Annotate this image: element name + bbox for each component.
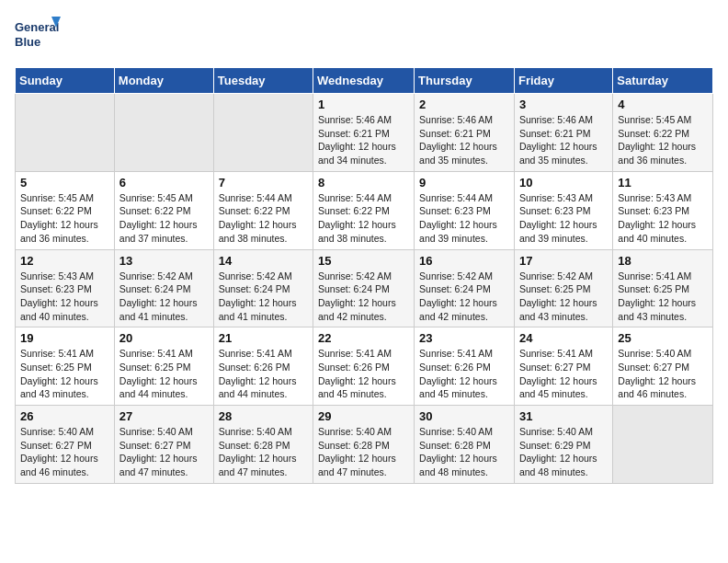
weekday-header-tuesday: Tuesday xyxy=(213,68,313,94)
calendar-table: SundayMondayTuesdayWednesdayThursdayFrid… xyxy=(15,67,713,484)
calendar-cell: 20Sunrise: 5:41 AMSunset: 6:25 PMDayligh… xyxy=(114,327,213,406)
weekday-header-row: SundayMondayTuesdayWednesdayThursdayFrid… xyxy=(16,68,713,94)
day-info: Sunrise: 5:45 AMSunset: 6:22 PMDaylight:… xyxy=(20,191,109,246)
day-number: 31 xyxy=(519,409,608,423)
day-info: Sunrise: 5:40 AMSunset: 6:27 PMDaylight:… xyxy=(618,347,708,401)
day-info: Sunrise: 5:46 AMSunset: 6:21 PMDaylight:… xyxy=(519,113,608,167)
calendar-cell: 2Sunrise: 5:46 AMSunset: 6:21 PMDaylight… xyxy=(415,94,515,172)
day-number: 26 xyxy=(20,409,109,423)
day-number: 6 xyxy=(119,176,209,190)
day-info: Sunrise: 5:40 AMSunset: 6:28 PMDaylight:… xyxy=(318,425,409,479)
calendar-cell: 11Sunrise: 5:43 AMSunset: 6:23 PMDayligh… xyxy=(613,171,713,249)
day-number: 17 xyxy=(519,254,608,268)
weekday-header-saturday: Saturday xyxy=(613,68,713,94)
calendar-cell: 26Sunrise: 5:40 AMSunset: 6:27 PMDayligh… xyxy=(16,406,115,484)
calendar-cell: 5Sunrise: 5:45 AMSunset: 6:22 PMDaylight… xyxy=(16,171,115,249)
day-number: 11 xyxy=(618,176,708,190)
day-info: Sunrise: 5:41 AMSunset: 6:25 PMDaylight:… xyxy=(20,347,109,401)
weekday-header-monday: Monday xyxy=(114,68,213,94)
calendar-cell: 17Sunrise: 5:42 AMSunset: 6:25 PMDayligh… xyxy=(514,249,612,327)
day-number: 21 xyxy=(219,331,308,345)
day-info: Sunrise: 5:45 AMSunset: 6:22 PMDaylight:… xyxy=(119,191,209,246)
calendar-cell: 14Sunrise: 5:42 AMSunset: 6:24 PMDayligh… xyxy=(213,249,313,327)
calendar-cell: 4Sunrise: 5:45 AMSunset: 6:22 PMDaylight… xyxy=(613,94,713,172)
calendar-cell: 15Sunrise: 5:42 AMSunset: 6:24 PMDayligh… xyxy=(313,249,415,327)
day-number: 2 xyxy=(419,98,509,111)
calendar-cell: 13Sunrise: 5:42 AMSunset: 6:24 PMDayligh… xyxy=(114,249,213,327)
day-number: 4 xyxy=(618,98,708,111)
calendar-cell xyxy=(613,406,713,484)
day-info: Sunrise: 5:41 AMSunset: 6:26 PMDaylight:… xyxy=(318,347,409,401)
calendar-cell: 10Sunrise: 5:43 AMSunset: 6:23 PMDayligh… xyxy=(514,171,612,249)
day-info: Sunrise: 5:41 AMSunset: 6:26 PMDaylight:… xyxy=(219,347,308,401)
day-info: Sunrise: 5:40 AMSunset: 6:28 PMDaylight:… xyxy=(219,425,308,479)
day-info: Sunrise: 5:45 AMSunset: 6:22 PMDaylight:… xyxy=(618,113,708,167)
calendar-cell: 29Sunrise: 5:40 AMSunset: 6:28 PMDayligh… xyxy=(313,406,415,484)
day-info: Sunrise: 5:42 AMSunset: 6:25 PMDaylight:… xyxy=(519,270,608,324)
day-info: Sunrise: 5:42 AMSunset: 6:24 PMDaylight:… xyxy=(318,270,409,324)
day-number: 13 xyxy=(119,254,209,268)
day-number: 22 xyxy=(318,331,409,345)
day-number: 3 xyxy=(519,98,608,111)
day-number: 14 xyxy=(219,254,308,268)
calendar-body: 1Sunrise: 5:46 AMSunset: 6:21 PMDaylight… xyxy=(16,94,713,484)
weekday-header-wednesday: Wednesday xyxy=(313,68,415,94)
day-number: 20 xyxy=(119,331,209,345)
calendar-cell: 23Sunrise: 5:41 AMSunset: 6:26 PMDayligh… xyxy=(415,327,515,406)
day-number: 19 xyxy=(20,331,109,345)
calendar-week-row: 1Sunrise: 5:46 AMSunset: 6:21 PMDaylight… xyxy=(16,94,713,172)
day-number: 29 xyxy=(318,409,409,423)
day-number: 27 xyxy=(119,409,209,423)
weekday-header-thursday: Thursday xyxy=(415,68,515,94)
day-info: Sunrise: 5:40 AMSunset: 6:28 PMDaylight:… xyxy=(419,425,509,479)
day-number: 15 xyxy=(318,254,409,268)
day-info: Sunrise: 5:46 AMSunset: 6:21 PMDaylight:… xyxy=(419,113,509,167)
day-number: 16 xyxy=(419,254,509,268)
day-number: 28 xyxy=(219,409,308,423)
day-info: Sunrise: 5:41 AMSunset: 6:27 PMDaylight:… xyxy=(519,347,608,401)
day-number: 18 xyxy=(618,254,708,268)
calendar-cell xyxy=(16,94,115,172)
day-info: Sunrise: 5:44 AMSunset: 6:22 PMDaylight:… xyxy=(318,191,409,246)
calendar-cell: 25Sunrise: 5:40 AMSunset: 6:27 PMDayligh… xyxy=(613,327,713,406)
day-number: 9 xyxy=(419,176,509,190)
calendar-cell: 21Sunrise: 5:41 AMSunset: 6:26 PMDayligh… xyxy=(213,327,313,406)
calendar-cell: 18Sunrise: 5:41 AMSunset: 6:25 PMDayligh… xyxy=(613,249,713,327)
calendar-cell: 16Sunrise: 5:42 AMSunset: 6:24 PMDayligh… xyxy=(415,249,515,327)
calendar-cell: 7Sunrise: 5:44 AMSunset: 6:22 PMDaylight… xyxy=(213,171,313,249)
day-number: 10 xyxy=(519,176,608,190)
calendar-cell: 12Sunrise: 5:43 AMSunset: 6:23 PMDayligh… xyxy=(16,249,115,327)
day-info: Sunrise: 5:40 AMSunset: 6:27 PMDaylight:… xyxy=(20,425,109,479)
day-info: Sunrise: 5:42 AMSunset: 6:24 PMDaylight:… xyxy=(219,270,308,324)
day-info: Sunrise: 5:44 AMSunset: 6:23 PMDaylight:… xyxy=(419,191,509,246)
day-number: 8 xyxy=(318,176,409,190)
day-number: 30 xyxy=(419,409,509,423)
calendar-header: SundayMondayTuesdayWednesdayThursdayFrid… xyxy=(16,68,713,94)
day-number: 23 xyxy=(419,331,509,345)
day-number: 5 xyxy=(20,176,109,190)
calendar-cell: 22Sunrise: 5:41 AMSunset: 6:26 PMDayligh… xyxy=(313,327,415,406)
day-info: Sunrise: 5:43 AMSunset: 6:23 PMDaylight:… xyxy=(20,270,109,324)
calendar-cell: 28Sunrise: 5:40 AMSunset: 6:28 PMDayligh… xyxy=(213,406,313,484)
weekday-header-sunday: Sunday xyxy=(16,68,115,94)
day-info: Sunrise: 5:46 AMSunset: 6:21 PMDaylight:… xyxy=(318,113,409,167)
calendar-week-row: 12Sunrise: 5:43 AMSunset: 6:23 PMDayligh… xyxy=(16,249,713,327)
calendar-week-row: 5Sunrise: 5:45 AMSunset: 6:22 PMDaylight… xyxy=(16,171,713,249)
day-info: Sunrise: 5:40 AMSunset: 6:27 PMDaylight:… xyxy=(119,425,209,479)
day-number: 25 xyxy=(618,331,708,345)
svg-text:Blue: Blue xyxy=(15,35,40,49)
logo: General Blue xyxy=(15,15,63,56)
day-info: Sunrise: 5:42 AMSunset: 6:24 PMDaylight:… xyxy=(419,270,509,324)
day-number: 24 xyxy=(519,331,608,345)
calendar-cell: 24Sunrise: 5:41 AMSunset: 6:27 PMDayligh… xyxy=(514,327,612,406)
day-number: 12 xyxy=(20,254,109,268)
day-info: Sunrise: 5:43 AMSunset: 6:23 PMDaylight:… xyxy=(519,191,608,246)
page-header: General Blue xyxy=(15,15,713,56)
calendar-cell: 31Sunrise: 5:40 AMSunset: 6:29 PMDayligh… xyxy=(514,406,612,484)
calendar-cell: 19Sunrise: 5:41 AMSunset: 6:25 PMDayligh… xyxy=(16,327,115,406)
day-info: Sunrise: 5:41 AMSunset: 6:25 PMDaylight:… xyxy=(618,270,708,324)
calendar-cell xyxy=(114,94,213,172)
calendar-week-row: 26Sunrise: 5:40 AMSunset: 6:27 PMDayligh… xyxy=(16,406,713,484)
weekday-header-friday: Friday xyxy=(514,68,612,94)
day-info: Sunrise: 5:40 AMSunset: 6:29 PMDaylight:… xyxy=(519,425,608,479)
